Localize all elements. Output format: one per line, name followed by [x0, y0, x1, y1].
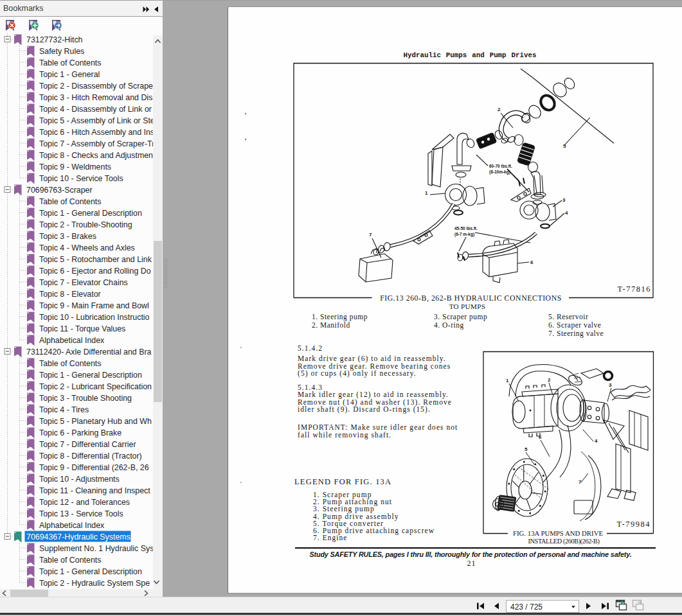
svg-text:45-50 lbs.ft.: 45-50 lbs.ft. [454, 226, 478, 231]
svg-text:2. Manifold: 2. Manifold [312, 321, 350, 329]
svg-text:70696763-Scraper: 70696763-Scraper [26, 186, 93, 195]
svg-text:Topic 4 - Wheels and Axles: Topic 4 - Wheels and Axles [39, 243, 135, 252]
svg-text:73127732-Hitch: 73127732-Hitch [26, 35, 83, 44]
svg-text:Topic 3 - Brakes: Topic 3 - Brakes [39, 232, 96, 241]
svg-text:Topic 8 - Elevator: Topic 8 - Elevator [39, 290, 101, 299]
svg-text:(8-10m-kg): (8-10m-kg) [489, 170, 510, 175]
svg-text:Topic 12 - and Tolerances: Topic 12 - and Tolerances [39, 498, 130, 507]
svg-text:7: 7 [369, 232, 372, 238]
svg-text:Topic 10 - Service Tools: Topic 10 - Service Tools [39, 174, 123, 183]
svg-text:60-70 lbs.ft.: 60-70 lbs.ft. [489, 164, 512, 168]
svg-text:Topic 1 - General Description: Topic 1 - General Description [39, 209, 142, 218]
svg-text:Topic 8 - Checks and Adjustmen: Topic 8 - Checks and Adjustmen [39, 151, 153, 160]
svg-text:7. Steering valve: 7. Steering valve [548, 330, 604, 338]
svg-text:3. Scraper pump: 3. Scraper pump [434, 313, 487, 321]
svg-text:Topic 8 - Differential (Tracto: Topic 8 - Differential (Tractor) [39, 452, 142, 461]
svg-text:Topic 7 - Differential Carrier: Topic 7 - Differential Carrier [39, 440, 136, 449]
svg-text:Topic 9 - Weldments: Topic 9 - Weldments [39, 163, 111, 172]
svg-text:(5) or cups (4) only if necess: (5) or cups (4) only if necessary. [298, 369, 417, 378]
svg-text:Study SAFETY RULES, pages I th: Study SAFETY RULES, pages I thru III, th… [309, 550, 631, 558]
svg-text:Alphabetical Index: Alphabetical Index [39, 336, 105, 345]
svg-text:1: 1 [425, 190, 428, 196]
svg-text:Topic 4 - Tires: Topic 4 - Tires [39, 405, 89, 414]
svg-text:70694367-Hydraulic Systems: 70694367-Hydraulic Systems [26, 532, 130, 541]
svg-text:FIG. 13A PUMPS AND DRIVE: FIG. 13A PUMPS AND DRIVE [513, 529, 603, 537]
svg-text:Safety Rules: Safety Rules [39, 47, 84, 56]
svg-text:Alphabetical Index: Alphabetical Index [39, 521, 105, 530]
svg-text:Topic 1 - General: Topic 1 - General [39, 70, 100, 79]
svg-text:Table of Contents: Table of Contents [39, 197, 101, 206]
svg-text:Topic 1 - General Description: Topic 1 - General Description [39, 567, 142, 576]
svg-text:3: 3 [562, 197, 566, 203]
svg-text:Topic 7 - Assembly of Scraper-: Topic 7 - Assembly of Scraper-Tr [39, 139, 154, 148]
svg-text:Table of Contents: Table of Contents [39, 359, 101, 368]
svg-text:2: 2 [548, 377, 551, 383]
svg-text:Topic 10 - Lubrication Instruc: Topic 10 - Lubrication Instructio [39, 313, 150, 322]
svg-text:T-79984: T-79984 [617, 520, 651, 529]
svg-text:(6-7 m-kg): (6-7 m-kg) [454, 232, 474, 237]
svg-text:Topic 4 - Disassembly of Link: Topic 4 - Disassembly of Link or S [39, 105, 159, 114]
svg-text:Topic 7 - Elevator Chains: Topic 7 - Elevator Chains [39, 278, 128, 287]
svg-text:TO PUMPS: TO PUMPS [449, 303, 486, 310]
svg-text:73112420- Axle Differential an: 73112420- Axle Differential and Bra [26, 348, 152, 356]
svg-text:fall while removing shaft.: fall while removing shaft. [298, 431, 391, 439]
svg-text:4: 4 [595, 438, 598, 444]
svg-text:Topic 2 - Hydraulic System Spe: Topic 2 - Hydraulic System Spe [39, 579, 150, 588]
svg-text:idler shaft (9). Discard O-rin: idler shaft (9). Discard O-rings (15). [298, 405, 431, 414]
svg-text:Topic 11 - Torque Values: Topic 11 - Torque Values [39, 324, 125, 333]
svg-text:4. O-ring: 4. O-ring [434, 321, 464, 330]
svg-text:Topic 6 - Hitch Assembly and I: Topic 6 - Hitch Assembly and Inst [39, 128, 157, 137]
svg-text:5.1.4.2: 5.1.4.2 [298, 344, 323, 352]
svg-text:Topic 3 - Trouble Shooting: Topic 3 - Trouble Shooting [39, 394, 132, 403]
svg-text:Topic 9 - Main Frame and Bowl: Topic 9 - Main Frame and Bowl [39, 301, 149, 310]
svg-text:6: 6 [530, 260, 534, 265]
svg-text:Topic 9 - Differential (262-B,: Topic 9 - Differential (262-B, 26 [39, 463, 149, 472]
svg-text:6. Scraper valve: 6. Scraper valve [548, 321, 601, 330]
svg-text:FIG.13 260-B, 262-B HYDRAULIC: FIG.13 260-B, 262-B HYDRAULIC CONNECTION… [380, 294, 562, 303]
svg-text:21: 21 [467, 559, 476, 568]
svg-text:Topic 6 - Ejector and Rolling: Topic 6 - Ejector and Rolling Do [39, 267, 151, 276]
svg-text:Supplement No. 1 Hydraulic Sys: Supplement No. 1 Hydraulic Sys [39, 544, 154, 553]
svg-text:3: 3 [609, 382, 612, 388]
svg-text:Hydraulic Pumps and Pump Drive: Hydraulic Pumps and Pump Drives [404, 51, 537, 59]
svg-text:LEGEND FOR FIG. 13A: LEGEND FOR FIG. 13A [294, 477, 391, 486]
svg-text:5. Reservoir: 5. Reservoir [548, 313, 588, 321]
svg-text:Topic 10 - Adjustments: Topic 10 - Adjustments [39, 475, 120, 484]
svg-text:1. Steering pump: 1. Steering pump [312, 313, 368, 321]
svg-text:Topic 5 - Assembly of Link or: Topic 5 - Assembly of Link or Ste [39, 116, 155, 125]
svg-text:Topic 3 - Hitch Removal and Di: Topic 3 - Hitch Removal and Disas [39, 93, 161, 102]
svg-text:T-77816: T-77816 [618, 285, 651, 294]
svg-text:Table of Contents: Table of Contents [39, 58, 101, 67]
svg-text:7. Engine: 7. Engine [313, 534, 348, 542]
svg-text:1: 1 [506, 378, 509, 383]
svg-text:Topic 5 - Planetary Hub and Wh: Topic 5 - Planetary Hub and Wh [39, 417, 152, 426]
svg-text:Topic 11 - Cleaning and Inspec: Topic 11 - Cleaning and Inspect [39, 486, 150, 495]
svg-text:2: 2 [498, 107, 501, 112]
svg-text:INSTALLED (260B)(262-B): INSTALLED (260B)(262-B) [528, 538, 600, 545]
svg-text:4: 4 [565, 210, 568, 216]
svg-text:6: 6 [539, 434, 542, 440]
svg-text:Topic 1 - General Description: Topic 1 - General Description [39, 371, 142, 380]
svg-text:Topic 5 - Rotochamber and Link: Topic 5 - Rotochamber and Link [39, 255, 152, 264]
svg-text:Topic 2 - Trouble-Shooting: Topic 2 - Trouble-Shooting [39, 220, 132, 229]
svg-text:Topic 2 - Lubricant Specificat: Topic 2 - Lubricant Specification [39, 382, 152, 391]
svg-text:Topic 13 - Service Tools: Topic 13 - Service Tools [39, 509, 123, 518]
svg-text:5: 5 [525, 446, 528, 452]
svg-text:Topic 6 - Parking Brake: Topic 6 - Parking Brake [39, 428, 121, 437]
svg-text:Topic 2 - Disassembly of Scrap: Topic 2 - Disassembly of Scraper [39, 82, 156, 91]
svg-text:Table of Contents: Table of Contents [39, 556, 101, 565]
